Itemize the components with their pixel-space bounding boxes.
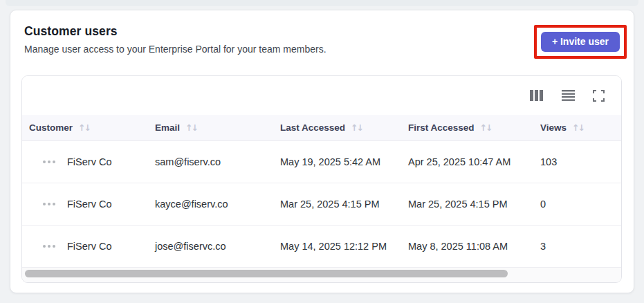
row-actions-menu-icon[interactable] [43, 159, 55, 165]
cell-customer: FiServ Co [67, 199, 111, 210]
row-actions-menu-icon[interactable] [43, 244, 55, 249]
table-row: FiServ Co kayce@fiserv.co Mar 25, 2025 4… [22, 183, 621, 226]
table-footer [22, 268, 621, 282]
cell-email: kayce@fiserv.co [148, 199, 273, 210]
annotation-highlight: + Invite user [534, 25, 627, 59]
column-header-email[interactable]: Email ↑↓ [148, 122, 273, 133]
cell-first-accessed: Apr 25, 2025 10:47 AM [401, 156, 533, 167]
page-subtitle: Manage user access to your Enterprise Po… [24, 44, 620, 55]
table-row: FiServ Co sam@fiserv.co May 19, 2025 5:4… [22, 141, 621, 183]
horizontal-scrollbar-thumb[interactable] [25, 270, 508, 277]
cell-customer: FiServ Co [67, 156, 111, 167]
cell-email: jose@fiservc.co [148, 241, 273, 252]
cell-first-accessed: May 8, 2025 11:08 AM [401, 241, 533, 252]
invite-user-button[interactable]: + Invite user [541, 32, 620, 52]
column-header-customer[interactable]: Customer ↑↓ [22, 122, 148, 133]
column-header-last-accessed[interactable]: Last Accessed ↑↓ [273, 122, 401, 133]
table-toolbar [22, 76, 621, 115]
sort-icon: ↑↓ [78, 122, 90, 133]
sort-icon: ↑↓ [351, 122, 362, 133]
columns-icon[interactable] [528, 89, 545, 102]
horizontal-scrollbar-track [24, 270, 620, 278]
cell-views: 3 [533, 241, 621, 252]
cell-customer: FiServ Co [67, 241, 111, 252]
sort-icon: ↑↓ [480, 122, 492, 133]
sort-icon: ↑↓ [572, 122, 584, 133]
cell-last-accessed: May 19, 2025 5:42 AM [273, 156, 401, 167]
cell-views: 103 [533, 156, 621, 167]
cell-last-accessed: May 14, 2025 12:12 PM [273, 241, 401, 252]
fullscreen-icon[interactable] [591, 89, 606, 103]
row-actions-menu-icon[interactable] [43, 201, 55, 207]
row-density-icon[interactable] [560, 89, 576, 102]
column-header-views[interactable]: Views ↑↓ [533, 122, 621, 133]
page-title: Customer users [24, 24, 620, 39]
top-card-divider [6, 0, 638, 6]
column-header-first-accessed[interactable]: First Accessed ↑↓ [401, 122, 533, 133]
cell-first-accessed: Mar 25, 2025 4:15 PM [401, 199, 533, 210]
cell-views: 0 [533, 199, 621, 210]
table-header-row: Customer ↑↓ Email ↑↓ Last Accessed ↑↓ Fi… [22, 115, 621, 141]
sort-icon: ↑↓ [185, 122, 197, 133]
customer-users-card: Customer users Manage user access to you… [10, 10, 634, 293]
table-row: FiServ Co jose@fiservc.co May 14, 2025 1… [22, 226, 621, 268]
users-table: Customer ↑↓ Email ↑↓ Last Accessed ↑↓ Fi… [21, 75, 622, 283]
cell-email: sam@fiserv.co [148, 156, 273, 167]
cell-last-accessed: Mar 25, 2025 4:15 PM [273, 199, 401, 210]
card-header: Customer users Manage user access to you… [10, 10, 634, 74]
